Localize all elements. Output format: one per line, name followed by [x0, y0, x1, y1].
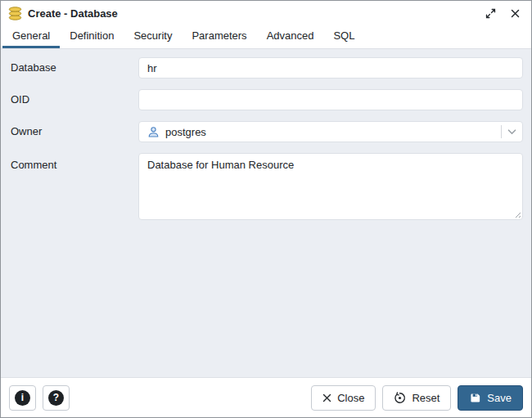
database-input[interactable]: [138, 57, 523, 79]
tab-sql[interactable]: SQL: [323, 25, 364, 48]
footer-bar: i ? Close Reset: [1, 377, 531, 417]
close-button[interactable]: Close: [311, 385, 376, 411]
maximize-icon[interactable]: [485, 8, 496, 19]
tab-bar: General Definition Security Parameters A…: [1, 25, 531, 49]
oid-row: OID: [11, 89, 523, 110]
help-icon: ?: [48, 390, 64, 406]
comment-label: Comment: [11, 153, 138, 220]
user-icon: [147, 126, 160, 138]
info-button[interactable]: i: [9, 385, 36, 411]
owner-label: Owner: [11, 121, 138, 142]
owner-row: Owner postgres: [11, 121, 523, 142]
comment-input[interactable]: Database for Human Resource: [138, 153, 523, 220]
create-database-dialog: Create - Database General Definition Sec…: [0, 0, 532, 418]
owner-value: postgres: [165, 126, 501, 138]
database-label: Database: [11, 57, 138, 79]
reset-button-label: Reset: [412, 392, 440, 404]
close-icon[interactable]: [511, 9, 520, 18]
tab-advanced[interactable]: Advanced: [257, 25, 324, 48]
owner-select[interactable]: postgres: [138, 121, 523, 142]
oid-input[interactable]: [138, 89, 523, 110]
close-x-icon: [322, 393, 331, 402]
tab-security[interactable]: Security: [124, 25, 182, 48]
chevron-down-icon[interactable]: [507, 129, 516, 135]
reset-button[interactable]: Reset: [382, 385, 451, 411]
select-divider: [501, 125, 502, 138]
general-form: Database OID Owner: [1, 49, 531, 377]
tab-definition[interactable]: Definition: [60, 25, 124, 48]
tab-parameters[interactable]: Parameters: [182, 25, 256, 48]
tab-general[interactable]: General: [2, 25, 60, 48]
save-button-label: Save: [487, 392, 512, 404]
database-row: Database: [11, 57, 523, 79]
dialog-title: Create - Database: [28, 7, 118, 20]
oid-label: OID: [11, 89, 138, 110]
reset-icon: [394, 392, 406, 404]
save-icon: [469, 392, 481, 404]
help-button[interactable]: ?: [43, 385, 70, 411]
save-button[interactable]: Save: [458, 385, 523, 411]
close-button-label: Close: [337, 392, 364, 404]
title-bar: Create - Database: [1, 1, 531, 25]
comment-row: Comment Database for Human Resource: [11, 153, 523, 220]
database-icon: [7, 7, 23, 20]
info-icon: i: [15, 390, 30, 406]
